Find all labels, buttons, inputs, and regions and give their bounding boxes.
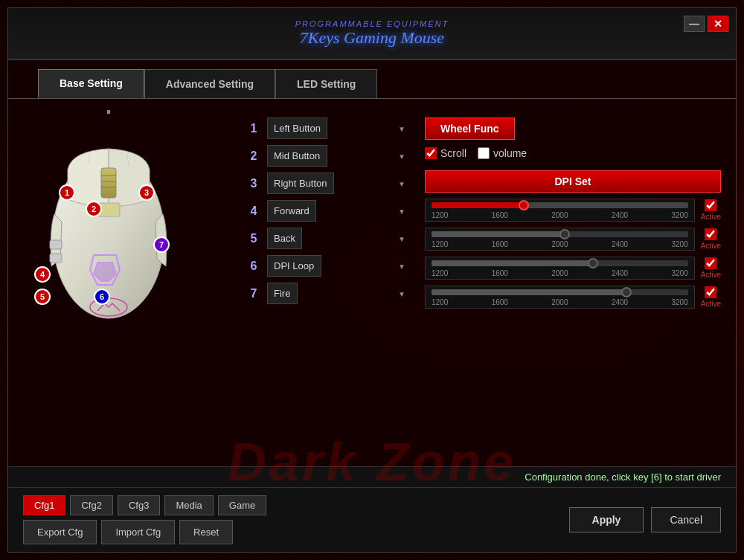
app-title: 7Keys Gaming Mouse bbox=[295, 28, 449, 48]
button-row-4: 4 Forward bbox=[246, 200, 410, 222]
right-section: Wheel Func Scroll volume DPI S bbox=[425, 110, 721, 455]
dpi-active-label-2: Active bbox=[701, 242, 721, 250]
button-row-3: 3 Right Button bbox=[246, 173, 410, 194]
tab-content: 1 2 3 4 5 6 7 1 Left Button bbox=[8, 98, 736, 466]
button-select-2[interactable]: Mid Button bbox=[267, 145, 327, 167]
mouse-label-1: 1 bbox=[59, 184, 75, 201]
media-button[interactable]: Media bbox=[164, 495, 213, 515]
dpi-thumb-2 bbox=[559, 229, 570, 239]
dpi-thumb-3 bbox=[588, 258, 598, 268]
button-select-7[interactable]: Fire bbox=[267, 283, 298, 304]
svg-rect-7 bbox=[50, 240, 62, 249]
title-center: Programmable Equipment 7Keys Gaming Mous… bbox=[295, 19, 449, 48]
svg-rect-8 bbox=[50, 254, 62, 263]
dpi-track-1 bbox=[432, 202, 688, 208]
tab-led-setting[interactable]: LED Setting bbox=[275, 69, 377, 98]
reset-button[interactable]: Reset bbox=[179, 520, 233, 544]
button-row-5: 5 Back bbox=[246, 228, 410, 249]
buttons-section: 1 Left Button 2 Mid Button bbox=[246, 110, 410, 455]
apply-button[interactable]: Apply bbox=[569, 507, 644, 532]
tab-base-setting[interactable]: Base Setting bbox=[38, 69, 144, 98]
dpi-set-button[interactable]: DPI Set bbox=[425, 170, 721, 193]
mouse-diagram: 1 2 3 4 5 6 7 bbox=[23, 110, 202, 348]
dpi-track-3 bbox=[432, 260, 688, 266]
cfg3-button[interactable]: Cfg3 bbox=[118, 495, 160, 515]
button-select-wrapper-4: Forward bbox=[267, 200, 410, 222]
action-row: Export Cfg Import Cfg Reset bbox=[23, 520, 266, 544]
button-num-3: 3 bbox=[246, 177, 261, 190]
dpi-active-3: Active bbox=[701, 257, 721, 279]
button-num-5: 5 bbox=[246, 232, 261, 245]
close-button[interactable]: ✕ bbox=[708, 16, 728, 32]
volume-checkbox[interactable] bbox=[478, 147, 490, 159]
scroll-checkbox[interactable] bbox=[425, 147, 437, 159]
cfg1-button[interactable]: Cfg1 bbox=[23, 495, 65, 515]
button-row-1: 1 Left Button bbox=[246, 118, 410, 139]
button-num-4: 4 bbox=[246, 205, 261, 218]
dpi-slider-3[interactable]: 1200 1600 2000 2400 3200 bbox=[425, 257, 695, 280]
dpi-checkbox-2[interactable] bbox=[705, 228, 716, 240]
tab-advanced-setting[interactable]: Advanced Setting bbox=[144, 69, 275, 98]
dpi-row-1: 1200 1600 2000 2400 3200 Active bbox=[425, 199, 721, 222]
dpi-thumb-1 bbox=[519, 200, 529, 210]
status-bar: Configuration done, click key [6] to sta… bbox=[8, 466, 736, 487]
button-num-7: 7 bbox=[246, 287, 261, 300]
bottom-right: Apply Cancel bbox=[569, 507, 721, 532]
button-select-5[interactable]: Back bbox=[267, 228, 302, 249]
svg-rect-1 bbox=[101, 168, 116, 198]
dpi-row-2: 1200 1600 2000 2400 3200 Active bbox=[425, 228, 721, 251]
app-window: Programmable Equipment 7Keys Gaming Mous… bbox=[7, 7, 737, 553]
main-content: Dark Zone Base Setting Advanced Setting … bbox=[8, 60, 736, 552]
button-select-wrapper-2: Mid Button bbox=[267, 145, 410, 167]
mouse-label-7: 7 bbox=[153, 236, 170, 253]
button-select-3[interactable]: Right Button bbox=[267, 173, 334, 194]
wheel-func-row: Scroll volume bbox=[425, 147, 721, 159]
import-cfg-button[interactable]: Import Cfg bbox=[101, 520, 175, 544]
bottom-bar: Cfg1 Cfg2 Cfg3 Media Game Export Cfg Imp… bbox=[8, 487, 736, 552]
dpi-active-label-1: Active bbox=[701, 213, 721, 221]
button-num-1: 1 bbox=[246, 122, 261, 135]
button-select-4[interactable]: Forward bbox=[267, 200, 316, 222]
dpi-slider-1[interactable]: 1200 1600 2000 2400 3200 bbox=[425, 199, 695, 222]
mouse-label-2: 2 bbox=[86, 201, 102, 217]
button-select-wrapper-5: Back bbox=[267, 228, 410, 249]
dpi-active-1: Active bbox=[701, 199, 721, 221]
dpi-checkbox-3[interactable] bbox=[705, 257, 716, 269]
wheel-func-button[interactable]: Wheel Func bbox=[425, 118, 515, 140]
export-cfg-button[interactable]: Export Cfg bbox=[23, 520, 97, 544]
button-num-2: 2 bbox=[246, 149, 261, 163]
volume-checkbox-item: volume bbox=[478, 147, 527, 159]
dpi-active-label-4: Active bbox=[701, 300, 721, 308]
dpi-checkbox-1[interactable] bbox=[705, 199, 716, 211]
button-select-wrapper-6: DPI Loop bbox=[267, 255, 410, 277]
mouse-label-6: 6 bbox=[94, 289, 110, 305]
dpi-track-4 bbox=[432, 289, 688, 295]
minimize-button[interactable]: — bbox=[684, 16, 705, 32]
button-select-wrapper-1: Left Button bbox=[267, 118, 410, 139]
cancel-button[interactable]: Cancel bbox=[651, 507, 721, 532]
mouse-label-5: 5 bbox=[34, 289, 51, 305]
dpi-thumb-4 bbox=[621, 287, 632, 297]
dpi-active-2: Active bbox=[701, 228, 721, 250]
dpi-row-3: 1200 1600 2000 2400 3200 Active bbox=[425, 257, 721, 280]
dpi-labels-2: 1200 1600 2000 2400 3200 bbox=[432, 240, 688, 248]
scroll-checkbox-item: Scroll bbox=[425, 147, 466, 159]
button-select-1[interactable]: Left Button bbox=[267, 118, 327, 139]
dpi-labels-1: 1200 1600 2000 2400 3200 bbox=[432, 211, 688, 219]
dpi-slider-2[interactable]: 1200 1600 2000 2400 3200 bbox=[425, 228, 695, 251]
dpi-section: DPI Set 1200 1600 2000 2400 bbox=[425, 170, 721, 309]
button-num-6: 6 bbox=[246, 260, 261, 273]
game-button[interactable]: Game bbox=[218, 495, 266, 515]
scroll-label: Scroll bbox=[440, 147, 466, 159]
dpi-slider-4[interactable]: 1200 1600 2000 2400 3200 bbox=[425, 286, 695, 309]
bottom-left: Cfg1 Cfg2 Cfg3 Media Game Export Cfg Imp… bbox=[23, 495, 266, 544]
wheel-func-area: Wheel Func Scroll volume bbox=[425, 118, 721, 159]
dpi-labels-4: 1200 1600 2000 2400 3200 bbox=[432, 298, 688, 306]
window-controls: — ✕ bbox=[684, 16, 728, 32]
cfg2-button[interactable]: Cfg2 bbox=[70, 495, 112, 515]
button-select-6[interactable]: DPI Loop bbox=[267, 255, 321, 277]
button-row-2: 2 Mid Button bbox=[246, 145, 410, 167]
status-message: Configuration done, click key [6] to sta… bbox=[525, 472, 721, 483]
dpi-checkbox-4[interactable] bbox=[705, 286, 716, 298]
button-select-wrapper-7: Fire bbox=[267, 283, 410, 304]
